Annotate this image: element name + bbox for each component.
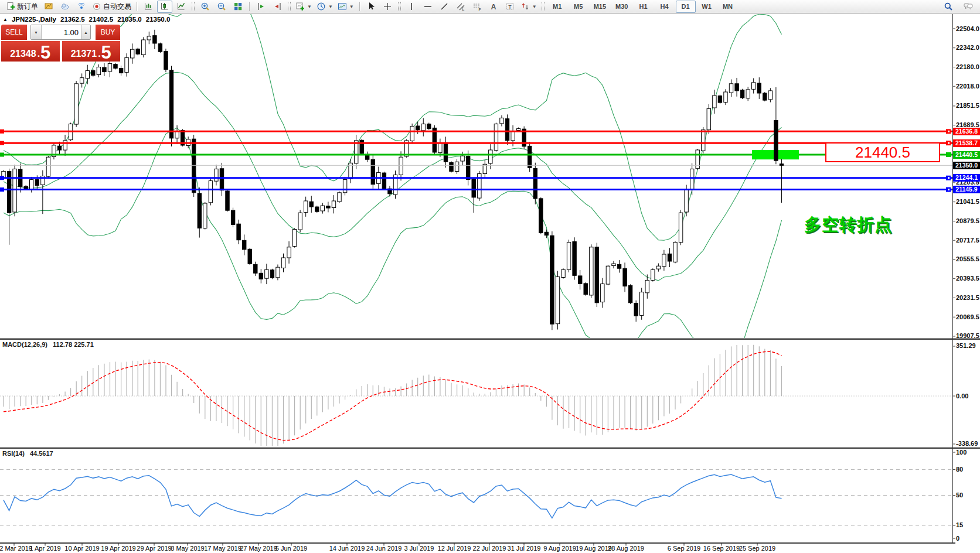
timeframe-h1[interactable]: H1 xyxy=(634,1,654,13)
toolbar-separator xyxy=(398,2,401,11)
tile-windows-button[interactable] xyxy=(230,1,246,13)
high-value: 21402.5 xyxy=(89,16,114,23)
toolbar-separator xyxy=(249,2,250,11)
buy-price-dot: . xyxy=(98,49,100,59)
periods-button[interactable]: ▼ xyxy=(315,1,335,13)
auto-scroll-button[interactable] xyxy=(270,1,285,13)
line-chart-button[interactable] xyxy=(173,1,189,13)
cursor-icon xyxy=(366,2,376,11)
chart-canvas[interactable] xyxy=(0,0,980,553)
buy-price-main: 21371 xyxy=(71,49,97,59)
dropdown-arrow-icon: ▼ xyxy=(349,4,354,9)
templates-icon xyxy=(338,2,347,11)
zoom-in-button[interactable] xyxy=(198,1,213,13)
timeframe-h4[interactable]: H4 xyxy=(655,1,675,13)
macd-name: MACD(12,26,9) xyxy=(2,341,47,348)
timeframe-m15[interactable]: M15 xyxy=(590,1,610,13)
candle-chart-icon xyxy=(160,2,169,11)
timeframe-m30[interactable]: M30 xyxy=(611,1,632,13)
window-icon: ▲ xyxy=(3,17,8,22)
chevron-down-icon: ▼ xyxy=(34,30,38,35)
tile-windows-icon xyxy=(233,2,243,11)
timeframe-w1[interactable]: W1 xyxy=(697,1,717,13)
cloud-button[interactable] xyxy=(57,1,73,13)
chart-annotation[interactable]: 多空转折点 xyxy=(804,213,892,237)
buy-button[interactable]: BUY xyxy=(96,25,120,40)
volume-input[interactable] xyxy=(42,25,81,39)
svg-text:F: F xyxy=(478,8,481,12)
timeframe-mn[interactable]: MN xyxy=(718,1,738,13)
autotrading-button[interactable]: 自动交易 xyxy=(90,1,133,13)
chart-shift-button[interactable] xyxy=(253,1,268,13)
toolbar-separator xyxy=(137,2,137,11)
arrows-icon xyxy=(520,2,530,11)
low-value: 21035.0 xyxy=(117,16,142,23)
dropdown-arrow-icon: ▼ xyxy=(532,4,537,9)
volume-stepper[interactable]: ▲ xyxy=(81,25,90,39)
chart-window-icon xyxy=(44,2,53,11)
vertical-line-button[interactable] xyxy=(404,1,419,13)
crosshair-button[interactable] xyxy=(380,1,395,13)
signal-icon xyxy=(77,2,86,11)
zoom-out-button[interactable] xyxy=(214,1,229,13)
sell-price-display[interactable]: 21348 . 5 xyxy=(1,40,60,62)
indicators-button[interactable]: ▼ xyxy=(294,1,314,13)
buy-price-pips: 5 xyxy=(101,45,111,60)
autotrading-label: 自动交易 xyxy=(103,2,131,12)
chevron-up-icon: ▲ xyxy=(84,30,88,35)
timeframe-m5[interactable]: M5 xyxy=(569,1,588,13)
channel-icon: E xyxy=(456,2,465,11)
cloud-icon xyxy=(60,2,70,11)
chart-shift-icon xyxy=(256,2,266,11)
search-button[interactable] xyxy=(941,1,956,13)
dropdown-arrow-icon: ▼ xyxy=(307,4,312,9)
channel-button[interactable]: E xyxy=(453,1,468,13)
symbol-period-label: JPN225-,Daily xyxy=(12,16,56,23)
indicators-icon xyxy=(295,2,305,11)
horizontal-line-button[interactable] xyxy=(420,1,435,13)
chart-window-button[interactable] xyxy=(41,1,56,13)
signal-button[interactable] xyxy=(74,1,89,13)
arrows-button[interactable]: ▼ xyxy=(519,1,539,13)
autotrading-icon xyxy=(92,2,101,11)
toolbar-separator xyxy=(192,2,195,11)
text-label-button[interactable]: T xyxy=(502,1,518,13)
svg-text:A: A xyxy=(491,3,496,11)
open-value: 21362.5 xyxy=(60,16,85,23)
rsi-value: 44.5617 xyxy=(30,450,53,457)
chart-title: ▲ JPN225-,Daily 21362.5 21402.5 21035.0 … xyxy=(3,16,170,23)
vertical-line-icon xyxy=(407,2,416,11)
cursor-button[interactable] xyxy=(363,1,379,13)
sell-button[interactable]: SELL xyxy=(1,25,27,40)
buy-price-display[interactable]: 21371 . 5 xyxy=(62,40,121,62)
sell-price-dot: . xyxy=(38,49,40,59)
toolbar: 新订单自动交易▼▼▼EFAT▼M1M5M15M30H1H4D1W1MN xyxy=(0,0,980,13)
price-axis[interactable] xyxy=(952,14,980,543)
time-axis[interactable] xyxy=(0,543,952,553)
timeframe-m1[interactable]: M1 xyxy=(547,1,567,13)
rsi-pane-label: RSI(14) 44.5617 xyxy=(2,450,53,457)
search-icon xyxy=(944,2,953,11)
trading-platform-window: 新订单自动交易▼▼▼EFAT▼M1M5M15M30H1H4D1W1MN ▲ JP… xyxy=(0,0,980,553)
text-label-icon: T xyxy=(505,2,515,11)
text-button[interactable]: A xyxy=(486,1,501,13)
fibonacci-button[interactable]: F xyxy=(469,1,485,13)
trendline-button[interactable] xyxy=(437,1,452,13)
rsi-name: RSI(14) xyxy=(2,450,25,457)
price-callout-box[interactable]: 21440.5 xyxy=(825,142,940,162)
text-icon: A xyxy=(489,2,498,11)
zoom-out-icon xyxy=(217,2,226,11)
bar-chart-button[interactable] xyxy=(141,1,156,13)
macd-values: 112.78 225.71 xyxy=(53,341,94,348)
new-order-button[interactable]: 新订单 xyxy=(4,1,40,13)
templates-button[interactable]: ▼ xyxy=(336,1,356,13)
chat-button[interactable] xyxy=(961,1,976,13)
candle-chart-button[interactable] xyxy=(157,1,172,13)
volume-dropdown-button[interactable]: ▼ xyxy=(31,25,42,39)
line-chart-icon xyxy=(176,2,186,11)
bar-chart-icon xyxy=(144,2,153,11)
timeframe-d1[interactable]: D1 xyxy=(676,1,696,13)
horizontal-line-icon xyxy=(423,2,433,11)
sell-price-main: 21348 xyxy=(10,49,36,59)
sell-price-pips: 5 xyxy=(40,45,50,60)
